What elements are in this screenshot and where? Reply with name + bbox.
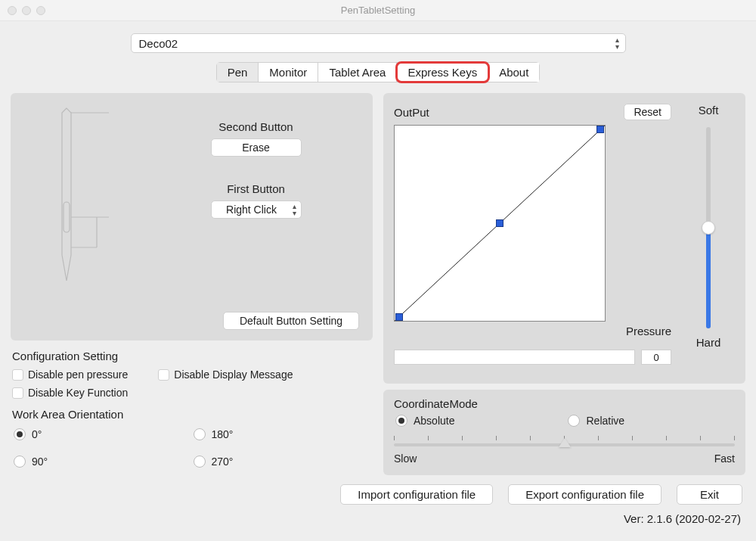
export-config-button[interactable]: Export configuration file [508, 484, 662, 505]
device-select[interactable]: Deco02 ▴▾ [131, 33, 626, 53]
chevron-updown-icon: ▴▾ [293, 203, 296, 216]
chk-disable-display-message[interactable]: Disable Display Message [158, 368, 293, 381]
version-label: Ver: 2.1.6 (2020-02-27) [11, 512, 745, 525]
output-label: OutPut [394, 106, 429, 119]
pressure-panel: OutPut Reset Pressure 0 [383, 93, 745, 384]
tab-monitor[interactable]: Monitor [259, 63, 318, 82]
radio-icon [395, 415, 407, 427]
softness-slider[interactable] [706, 127, 711, 328]
titlebar: PenTabletSetting [0, 0, 756, 21]
chk-disable-key-function[interactable]: Disable Key Function [12, 387, 128, 399]
checkbox-icon [158, 369, 169, 381]
fast-label: Fast [714, 452, 735, 465]
chevron-updown-icon: ▴▾ [615, 36, 619, 50]
tab-express-keys[interactable]: Express Keys [397, 63, 488, 82]
second-button-label: Second Button [150, 120, 362, 133]
tab-about[interactable]: About [488, 63, 539, 82]
radio-orientation-270[interactable]: 270° [194, 455, 373, 468]
radio-icon [14, 455, 26, 468]
tab-bar: Pen Monitor Tablet Area Express Keys Abo… [216, 62, 541, 82]
pen-diagram [21, 104, 112, 312]
radio-relative[interactable]: Relative [568, 415, 624, 427]
slider-thumb-icon[interactable] [559, 438, 571, 447]
default-button-setting[interactable]: Default Button Setting [223, 312, 359, 330]
import-config-button[interactable]: Import configuration file [340, 484, 493, 505]
radio-icon [194, 428, 206, 440]
curve-handle-mid[interactable] [496, 219, 503, 227]
radio-icon [568, 415, 580, 427]
pressure-bar [394, 350, 635, 365]
pressure-curve[interactable] [394, 125, 606, 322]
orientation-section-title: Work Area Orientation [12, 408, 373, 421]
speed-slider[interactable] [394, 433, 735, 451]
hard-label: Hard [696, 336, 721, 349]
first-button-select[interactable]: Right Click ▴▾ [211, 201, 302, 219]
reset-button[interactable]: Reset [624, 104, 671, 120]
slow-label: Slow [394, 452, 417, 465]
config-section-title: Configuration Setting [12, 350, 373, 362]
chk-disable-pen-pressure[interactable]: Disable pen pressure [12, 368, 128, 381]
radio-icon [194, 455, 206, 468]
radio-orientation-180[interactable]: 180° [194, 428, 373, 440]
pen-panel: Second Button Erase First Button Right C… [11, 93, 373, 340]
second-button-select[interactable]: Erase [211, 138, 302, 157]
coordinate-panel: CoordinateMode Absolute Relative Slow Fa… [383, 390, 745, 475]
checkbox-icon [12, 369, 23, 381]
coord-section-title: CoordinateMode [394, 397, 735, 410]
curve-handle-start[interactable] [395, 313, 403, 321]
tab-pen[interactable]: Pen [217, 63, 259, 82]
exit-button[interactable]: Exit [677, 484, 742, 505]
first-button-label: First Button [150, 182, 362, 195]
window-title: PenTabletSetting [0, 5, 756, 16]
device-select-value: Deco02 [139, 37, 178, 50]
radio-orientation-90[interactable]: 90° [14, 455, 194, 468]
pressure-axis-label: Pressure [394, 325, 671, 337]
slider-thumb-icon[interactable] [702, 221, 715, 235]
checkbox-icon [12, 387, 23, 399]
pressure-value: 0 [641, 350, 671, 365]
radio-icon [14, 428, 26, 440]
radio-absolute[interactable]: Absolute [395, 415, 454, 427]
svg-rect-0 [64, 202, 70, 232]
curve-handle-end[interactable] [596, 126, 604, 133]
tab-tablet-area[interactable]: Tablet Area [318, 63, 397, 82]
radio-orientation-0[interactable]: 0° [14, 428, 194, 440]
soft-label: Soft [699, 104, 719, 117]
